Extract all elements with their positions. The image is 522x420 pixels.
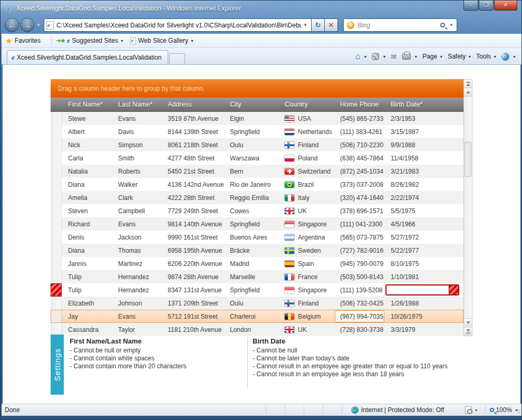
scroll-up-button[interactable] — [464, 88, 472, 97]
cell-first-name[interactable]: Diana — [62, 178, 112, 191]
cell-address[interactable]: 5450 21st Street — [161, 165, 224, 178]
row-selector[interactable] — [51, 151, 62, 165]
cell-home-phone[interactable]: (111) 139-5208 — [334, 283, 384, 297]
resize-grip[interactable]: ⠿ — [517, 409, 520, 415]
row-selector[interactable] — [51, 217, 62, 231]
stop-button[interactable]: ✕ — [325, 18, 338, 32]
cell-birth-date[interactable]: 8/10/1975 — [384, 257, 463, 270]
cell-home-phone[interactable]: (727) 782-9016 — [334, 244, 384, 257]
close-button[interactable]: ✕ — [494, 1, 517, 11]
cell-address[interactable]: 6958 195th Avenue — [161, 244, 224, 257]
table-row[interactable]: DianaThomas6958 195th AvenueBräckeSweden… — [51, 244, 463, 257]
cell-first-name[interactable]: Carla — [62, 151, 112, 165]
row-selector[interactable] — [51, 204, 62, 217]
cell-last-name[interactable]: Evans — [112, 112, 161, 125]
table-row[interactable]: JayEvans5712 191st StreetCharleroiBelgiu… — [51, 310, 463, 323]
cell-last-name[interactable]: Jackson — [112, 231, 161, 244]
row-selector[interactable] — [51, 191, 62, 204]
cell-country[interactable]: Switzerland — [278, 165, 334, 178]
web-slice-gallery-button[interactable]: Web Slice Gallery ▼ — [130, 37, 194, 44]
cell-last-name[interactable]: Hernandez — [112, 270, 161, 283]
cell-birth-date[interactable]: 8/26/1982 — [384, 178, 463, 191]
new-tab-button[interactable] — [169, 53, 185, 64]
cell-birth-date[interactable]: 4/5/1966 — [384, 217, 463, 231]
cell-first-name[interactable]: Amelia — [62, 191, 112, 204]
row-selector[interactable] — [51, 125, 62, 138]
cell-birth-date[interactable]: 3/15/1987 — [384, 125, 463, 138]
search-box[interactable]: Bing ▼ — [343, 18, 457, 32]
cell-first-name[interactable]: Jay — [62, 310, 112, 323]
cell-address[interactable]: 9874 28th Avenue — [161, 270, 224, 283]
cell-birth-date[interactable]: 5/5/1975 — [384, 204, 463, 217]
cell-city[interactable]: Oulu — [224, 297, 278, 310]
table-row[interactable]: TulipHernandez8347 131st AvenueSpringfie… — [51, 283, 463, 297]
minimize-button[interactable]: – — [463, 1, 478, 11]
cell-birth-date[interactable]: 10/26/1975 — [384, 310, 463, 323]
row-selector[interactable] — [51, 257, 62, 270]
cell-birth-date[interactable]: 2/3/1953 — [384, 112, 463, 125]
tools-menu[interactable]: Tools▼ — [476, 53, 497, 60]
cell-last-name[interactable]: Taylor — [112, 323, 161, 336]
cell-city[interactable]: Springfield — [224, 125, 278, 138]
row-selector[interactable] — [51, 138, 62, 151]
group-by-bar[interactable]: Drag a column header here to group by th… — [51, 79, 463, 98]
table-row[interactable]: AlbertDavis8144 139th StreetSpringfieldN… — [51, 125, 463, 138]
cell-birth-date[interactable]: 1/10/1981 — [384, 270, 463, 283]
row-selector[interactable] — [51, 231, 62, 244]
cell-city[interactable]: Buenos Aires — [224, 231, 278, 244]
cell-city[interactable]: Bern — [224, 165, 278, 178]
cell-home-phone[interactable]: (545) 865-2733 — [334, 112, 384, 125]
scroll-to-bottom-button[interactable] — [464, 327, 472, 336]
cell-address[interactable]: 4222 28th Street — [161, 191, 224, 204]
row-selector[interactable] — [51, 178, 62, 191]
cell-address[interactable]: 4277 48th Street — [161, 151, 224, 165]
cell-birth-date[interactable]: 9/9/1988 — [384, 138, 463, 151]
cell-city[interactable]: Springfield — [224, 217, 278, 231]
address-input[interactable]: C:\Xceed Samples\Xceed DataGrid for Silv… — [56, 22, 302, 29]
column-header-first-name[interactable]: First Name* — [62, 98, 112, 111]
table-row[interactable]: CassandraTaylor1181 210th AvenueLondonUK… — [51, 323, 463, 336]
cell-city[interactable]: London — [224, 323, 278, 336]
table-row[interactable]: JannisMartinez6206 220th AvenueMadridSpa… — [51, 257, 463, 270]
print-button[interactable]: ▼ — [402, 53, 418, 60]
cell-home-phone[interactable]: (503) 500-8143 — [334, 270, 384, 283]
cell-birth-date[interactable]: 5/22/1977 — [384, 244, 463, 257]
cell-address[interactable]: 8061 218th Street — [161, 138, 224, 151]
row-selector[interactable] — [51, 310, 62, 323]
cell-first-name[interactable]: Richard — [62, 217, 112, 231]
cell-last-name[interactable]: Evans — [112, 310, 161, 323]
cell-address[interactable]: 9814 140th Avenue — [161, 217, 224, 231]
column-header-city[interactable]: City — [224, 98, 278, 111]
cell-first-name[interactable]: Diana — [62, 244, 112, 257]
cell-first-name[interactable]: Albert — [62, 125, 112, 138]
search-input[interactable]: Bing — [357, 22, 440, 29]
row-selector[interactable] — [51, 244, 62, 257]
read-mail-button[interactable]: ✉ — [391, 53, 398, 61]
safety-menu[interactable]: Safety▼ — [448, 53, 471, 60]
cell-city[interactable]: Springfield — [224, 283, 278, 297]
cell-city[interactable]: Elgin — [224, 112, 278, 125]
cell-country[interactable]: Argentina — [278, 231, 334, 244]
row-error-indicator[interactable] — [51, 283, 62, 297]
cell-city[interactable]: Rio de Janeiro — [224, 178, 278, 191]
cell-country[interactable]: Poland — [278, 151, 334, 165]
search-dropdown-icon[interactable]: ▼ — [449, 23, 453, 27]
cell-city[interactable]: Madrid — [224, 257, 278, 270]
cell-last-name[interactable]: Evans — [112, 217, 161, 231]
cell-city[interactable]: Warszawa — [224, 151, 278, 165]
vertical-scrollbar[interactable] — [463, 79, 472, 336]
column-header-home-phone[interactable]: Home Phone — [334, 98, 384, 111]
cell-home-phone[interactable]: (506) 732-0425 — [334, 297, 384, 310]
cell-city[interactable]: Reggio Emilia — [224, 191, 278, 204]
favorites-button[interactable]: Favorites — [15, 37, 41, 44]
cell-address[interactable]: 8347 131st Avenue — [161, 283, 224, 297]
page-menu[interactable]: Page▼ — [422, 53, 443, 60]
cell-home-phone[interactable]: (872) 245-1034 — [334, 165, 384, 178]
cell-first-name[interactable]: Denis — [62, 231, 112, 244]
cell-home-phone[interactable]: (373) 037-2008 — [334, 178, 384, 191]
cell-country[interactable]: Italy — [278, 191, 334, 204]
cell-country[interactable]: Brazil — [278, 178, 334, 191]
cell-birth-date[interactable]: 11/4/1958 — [384, 151, 463, 165]
maximize-button[interactable]: ❐ — [479, 1, 494, 11]
cell-last-name[interactable]: Clark — [112, 191, 161, 204]
